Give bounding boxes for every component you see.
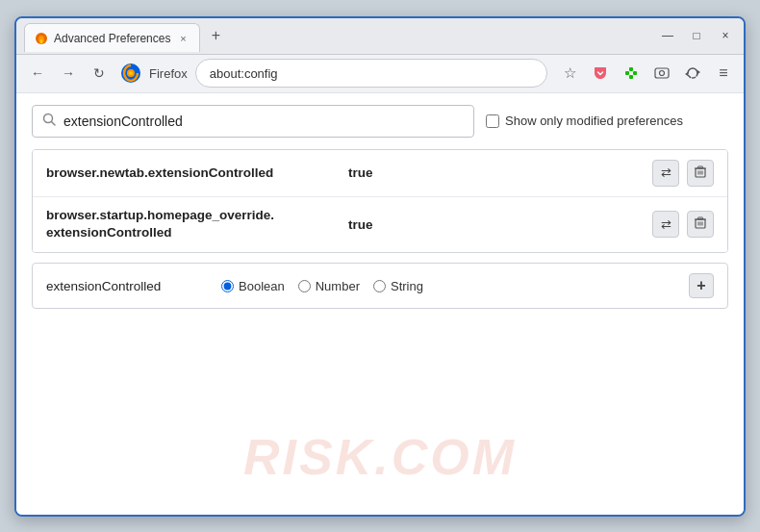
new-preference-name: extensionControlled	[46, 279, 210, 293]
back-button[interactable]: ←	[24, 60, 51, 87]
type-number-label[interactable]: Number	[298, 279, 360, 293]
svg-point-2	[40, 38, 43, 43]
search-row: Show only modified preferences	[32, 105, 728, 138]
forward-button[interactable]: →	[55, 60, 82, 87]
svg-marker-13	[685, 72, 688, 76]
pocket-svg-icon	[593, 65, 608, 81]
svg-rect-21	[698, 166, 703, 168]
navigation-bar: ← → ↻ Firefox about:config ☆	[16, 55, 744, 93]
preferences-table: browser.newtab.extensionControlled true …	[32, 149, 728, 254]
title-bar: Advanced Preferences × + — □ ×	[16, 18, 744, 55]
maximize-button[interactable]: □	[686, 25, 707, 46]
extension-svg-icon	[623, 65, 639, 81]
delete-icon	[695, 216, 706, 232]
svg-rect-10	[655, 68, 669, 78]
toolbar-icons: ☆	[557, 61, 736, 86]
svg-marker-12	[697, 70, 700, 74]
delete-icon	[695, 165, 706, 181]
window-controls: — □ ×	[657, 25, 736, 46]
tab-title: Advanced Preferences	[54, 32, 170, 45]
type-number-text: Number	[316, 279, 360, 293]
preference-actions: ⇄	[652, 211, 714, 238]
screenshot-icon[interactable]	[649, 61, 674, 86]
sync-svg-icon	[685, 65, 700, 81]
tab-favicon-icon	[35, 32, 48, 45]
type-string-radio[interactable]	[373, 280, 386, 292]
pocket-icon[interactable]	[588, 61, 613, 86]
close-button[interactable]: ×	[715, 25, 736, 46]
reload-button[interactable]: ↻	[86, 60, 113, 87]
reset-button[interactable]: ⇄	[652, 160, 679, 187]
type-boolean-radio[interactable]	[221, 280, 234, 292]
type-number-radio[interactable]	[298, 280, 311, 292]
svg-point-11	[660, 71, 665, 76]
firefox-logo-icon	[120, 63, 141, 84]
preference-name: browser.newtab.extensionControlled	[46, 165, 335, 180]
preference-value: true	[348, 165, 373, 180]
svg-rect-27	[698, 217, 703, 219]
address-bar[interactable]: about:config	[195, 59, 547, 88]
preference-actions: ⇄	[652, 160, 714, 187]
url-text: about:config	[210, 66, 278, 81]
add-preference-button[interactable]: +	[689, 273, 714, 298]
table-row: browser.newtab.extensionControlled true …	[33, 150, 727, 197]
preference-search-container[interactable]	[32, 105, 474, 138]
sync-icon[interactable]	[680, 61, 705, 86]
reset-icon: ⇄	[661, 217, 671, 232]
content-area: RISK.COM Show only modified preferences	[16, 93, 744, 515]
delete-button[interactable]	[687, 211, 714, 238]
svg-line-15	[52, 122, 56, 126]
new-tab-button[interactable]: +	[204, 24, 227, 47]
active-tab[interactable]: Advanced Preferences ×	[24, 23, 200, 52]
screenshot-svg-icon	[654, 65, 670, 81]
svg-rect-9	[633, 71, 637, 75]
delete-button[interactable]	[687, 160, 714, 187]
preference-value: true	[348, 217, 373, 232]
type-string-text: String	[391, 279, 423, 293]
extension-icon[interactable]	[619, 61, 644, 86]
watermark: RISK.COM	[243, 428, 517, 486]
add-preference-row: extensionControlled Boolean Number Strin…	[32, 263, 728, 309]
minimize-button[interactable]: —	[657, 25, 678, 46]
search-input[interactable]	[63, 114, 464, 129]
show-modified-container: Show only modified preferences	[486, 114, 683, 128]
menu-button[interactable]: ≡	[711, 61, 736, 86]
tab-close-button[interactable]: ×	[176, 32, 190, 45]
show-modified-label: Show only modified preferences	[505, 114, 683, 128]
type-boolean-label[interactable]: Boolean	[221, 279, 285, 293]
type-string-label[interactable]: String	[373, 279, 423, 293]
browser-window: Advanced Preferences × + — □ × ← → ↻ Fir…	[14, 16, 746, 517]
table-row: browser.startup.homepage_override. exten…	[33, 197, 727, 253]
reset-icon: ⇄	[661, 165, 671, 180]
type-boolean-text: Boolean	[239, 279, 285, 293]
search-icon	[42, 113, 56, 129]
preference-name: browser.startup.homepage_override. exten…	[46, 207, 335, 243]
svg-rect-8	[629, 75, 633, 79]
bookmark-icon[interactable]: ☆	[557, 61, 582, 86]
svg-rect-6	[625, 71, 629, 75]
svg-rect-7	[629, 67, 633, 71]
svg-point-5	[129, 71, 133, 75]
reset-button[interactable]: ⇄	[652, 211, 679, 238]
show-modified-checkbox[interactable]	[486, 114, 499, 128]
firefox-brand-label: Firefox	[149, 66, 188, 81]
type-radio-group: Boolean Number String	[221, 279, 423, 293]
